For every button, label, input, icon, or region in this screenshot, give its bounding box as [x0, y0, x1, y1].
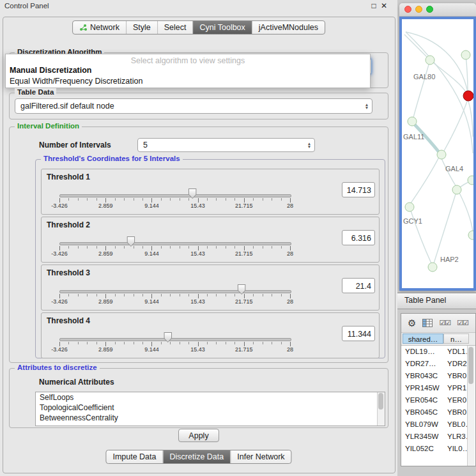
columns-icon[interactable]	[422, 319, 433, 327]
slider-scale: -3.426 2.859 9.144 15.43 21.715 28	[59, 298, 290, 305]
threshold-label: Threshold 1	[47, 173, 90, 181]
tab-infer-network[interactable]: Infer Network	[230, 450, 291, 463]
network-node[interactable]	[452, 185, 461, 194]
slider-track[interactable]	[59, 194, 291, 197]
minimize-traffic-button[interactable]	[415, 6, 422, 13]
table-toolbar: ⚙ ☑☑ ☑☑	[401, 314, 475, 333]
interval-definition-title: Interval Definition	[15, 122, 82, 130]
column-header-name[interactable]: n…	[443, 334, 469, 344]
svg-text:GAL11: GAL11	[403, 133, 424, 141]
table-row[interactable]: YBR045CYBR0…	[401, 406, 475, 418]
slider-major-ticks	[59, 342, 291, 346]
table-row[interactable]: YPR145WYPR1…	[401, 382, 475, 394]
thresholds-group-title: Threshold's Coordinates for 5 Intervals	[41, 155, 183, 162]
attributes-listbox: SelfLoops TopologicalCoefficient Between…	[35, 392, 385, 426]
combo-spinner-icon[interactable]: ▲▼	[304, 142, 314, 148]
top-tab-bar: Network Style Select Cyni Toolbox jActiv…	[72, 20, 325, 35]
tab-impute-data[interactable]: Impute Data	[106, 450, 162, 463]
slider-scale: -3.426 2.859 9.144 15.43 21.715 28	[59, 250, 290, 257]
tab-label: Network	[90, 21, 119, 34]
table-header-row: shared… n…	[401, 333, 475, 346]
svg-text:GAL4: GAL4	[445, 165, 463, 173]
close-traffic-button[interactable]	[404, 6, 411, 13]
svg-text:HAP2: HAP2	[440, 256, 459, 263]
threshold-value-field[interactable]: 11.344	[342, 326, 375, 341]
numerical-attributes-heading: Numerical Attributes	[39, 378, 114, 387]
dropdown-option-equal-width[interactable]: Equal Width/Frequency Discretization	[6, 76, 370, 87]
tab-select[interactable]: Select	[157, 21, 193, 34]
slider-scale: -3.426 2.859 9.144 15.43 21.715 28	[59, 203, 290, 209]
table-data-combobox[interactable]: galFiltered.sif default node ▲▼	[15, 98, 372, 114]
table-scrollbar[interactable]	[467, 346, 475, 466]
table-row[interactable]: YBR043CYBR0…	[401, 370, 475, 382]
tab-style[interactable]: Style	[126, 21, 157, 34]
threshold-value-field[interactable]: 6.316	[342, 230, 375, 245]
zoom-traffic-button[interactable]	[426, 6, 433, 13]
tab-discretize-data[interactable]: Discretize Data	[163, 450, 231, 463]
svg-text:GCY1: GCY1	[403, 217, 422, 225]
column-header-shared-name[interactable]: shared…	[403, 334, 443, 344]
threshold-panel-4: Threshold 4 -3.426 2.859 9.144 15.43 21.…	[41, 312, 380, 358]
threshold-panel-2: Threshold 2 -3.426 2.859 9.144 15.43 21.…	[41, 217, 380, 263]
attributes-group-title: Attributes to discretize	[15, 364, 100, 371]
table-row[interactable]: YER054CYER0…	[401, 394, 475, 406]
num-intervals-combobox[interactable]: 5 ▲▼	[137, 138, 315, 152]
dropdown-option-manual[interactable]: Manual Discretization	[6, 65, 370, 76]
threshold-label: Threshold 3	[47, 268, 90, 277]
table-row[interactable]: YBL079WYBL0…	[401, 418, 475, 431]
slider-track[interactable]	[59, 242, 291, 245]
control-panel-titlebar: Control Panel □ ✕	[0, 0, 397, 13]
dropdown-placeholder: Select algorithm to view settings	[6, 54, 370, 65]
gear-icon[interactable]: ⚙	[408, 318, 416, 328]
svg-text:GAL80: GAL80	[413, 73, 435, 81]
network-node[interactable]	[405, 203, 414, 211]
apply-button[interactable]: Apply	[178, 429, 219, 442]
select-all-checkboxes-icon[interactable]: ☑☑	[439, 319, 450, 326]
network-node[interactable]	[408, 117, 417, 126]
slider-major-ticks	[59, 294, 291, 298]
deselect-checkboxes-icon[interactable]: ☑☑	[457, 319, 468, 326]
network-node[interactable]	[428, 263, 437, 272]
network-node[interactable]	[426, 56, 434, 65]
table-row[interactable]: YDL19…YDL1…	[401, 346, 475, 358]
tab-cyni-toolbox[interactable]: Cyni Toolbox	[192, 21, 251, 34]
table-row[interactable]: YDR27…YDR2…	[401, 358, 475, 370]
threshold-panel-1: Threshold 1 -3.426 2.859 9.144 15.43 21.…	[41, 169, 380, 215]
tab-network[interactable]: Network	[73, 21, 126, 34]
table-row[interactable]: YLR345WYLR3…	[401, 431, 475, 443]
right-panel-area: GAL80 GAL11 GAL4 GCY1 HAP2 Table Panel ⚙	[397, 0, 476, 476]
network-canvas[interactable]: GAL80 GAL11 GAL4 GCY1 HAP2	[399, 17, 476, 291]
network-icon	[79, 24, 88, 31]
table-panel-title: Table Panel	[404, 296, 446, 305]
num-intervals-value: 5	[138, 141, 304, 150]
float-icon[interactable]: □	[369, 1, 378, 10]
network-node-selected[interactable]	[463, 91, 473, 101]
table-panel-header: Table Panel	[397, 293, 476, 309]
list-item[interactable]: BetweennessCentrality	[36, 413, 385, 423]
slider-track[interactable]	[59, 338, 291, 341]
network-nodes	[405, 50, 473, 272]
table-data-label: Table Data	[15, 88, 56, 96]
threshold-value-field[interactable]: 21.4	[342, 278, 375, 293]
attributes-scrollbar[interactable]	[377, 392, 385, 426]
network-node[interactable]	[437, 150, 446, 159]
network-node[interactable]	[461, 50, 470, 59]
combo-spinner-icon[interactable]: ▲▼	[362, 103, 372, 109]
screen: Control Panel □ ✕ Network Style Select C…	[0, 0, 476, 476]
threshold-value-field[interactable]: 14.713	[342, 182, 375, 197]
table-data-value: galFiltered.sif default node	[15, 102, 362, 111]
network-node[interactable]	[468, 176, 473, 185]
list-item[interactable]: TopologicalCoefficient	[36, 403, 385, 413]
tab-jactivemnodules[interactable]: jActiveMNodules	[252, 21, 325, 34]
attributes-group: Attributes to discretize Numerical Attri…	[9, 368, 388, 428]
slider-track[interactable]	[59, 290, 291, 293]
table-row[interactable]: YIL052CYIL0…	[401, 443, 475, 455]
threshold-label: Threshold 2	[47, 220, 90, 229]
threshold-label: Threshold 4	[47, 316, 90, 325]
network-node[interactable]	[468, 231, 473, 240]
interval-definition-group: Interval Definition Number of Intervals …	[9, 127, 388, 363]
close-icon[interactable]: ✕	[380, 1, 388, 10]
list-item[interactable]: SelfLoops	[36, 392, 385, 403]
network-view-window: GAL80 GAL11 GAL4 GCY1 HAP2	[399, 3, 476, 291]
table-panel: ⚙ ☑☑ ☑☑ shared… n… YDL19…YDL1… YDR27…YDR…	[401, 313, 476, 466]
